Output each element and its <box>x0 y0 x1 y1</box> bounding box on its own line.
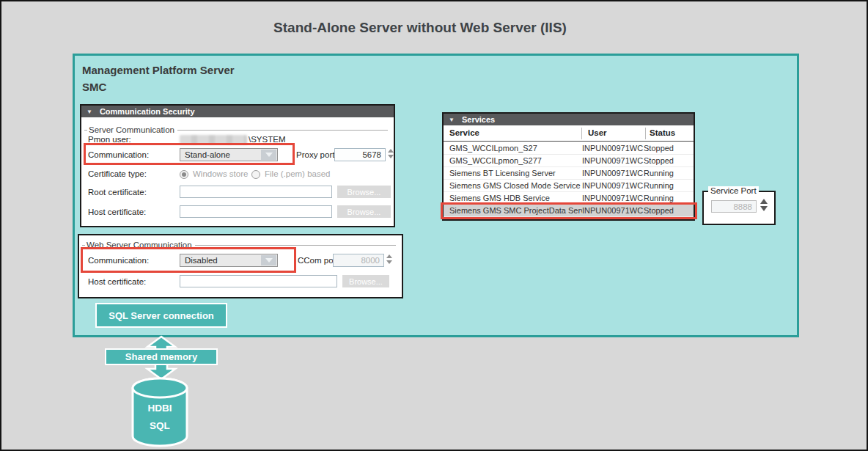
windows-store-radio[interactable] <box>180 170 188 179</box>
root-certificate-input[interactable] <box>180 186 332 198</box>
database-name-line1: HDBI <box>130 403 189 414</box>
service-status-cell: Running <box>644 194 694 202</box>
group-line <box>84 130 87 131</box>
communication-security-header[interactable]: ▼ Communication Security <box>81 106 394 117</box>
communication-dropdown[interactable]: Stand-alone <box>180 148 278 161</box>
server-communication-group-label: Server Communication <box>89 125 174 134</box>
service-status-cell: Stopped <box>644 206 694 215</box>
stepper-up-icon[interactable] <box>760 199 768 204</box>
service-name-cell: Siemens GMS SMC ProjectData Service <box>444 206 582 215</box>
certificate-type-label: Certificate type: <box>88 169 147 178</box>
service-row-selected[interactable]: Siemens GMS SMC ProjectData Service INPU… <box>444 205 694 217</box>
column-divider <box>581 128 582 139</box>
group-line <box>177 130 388 131</box>
service-status-cell: Stopped <box>644 156 694 165</box>
communication-security-header-label: Communication Security <box>100 107 195 116</box>
file-pem-radio[interactable] <box>251 170 260 179</box>
file-pem-radio-label: File (.pem) based <box>265 169 330 178</box>
pmon-user-redacted-value <box>180 135 247 144</box>
database-name-line2: SQL <box>130 420 189 431</box>
sql-server-connection-button[interactable]: SQL Server connection <box>95 303 227 328</box>
hdbi-sql-database: HDBI SQL <box>130 376 189 448</box>
collapse-triangle-icon[interactable]: ▼ <box>449 117 455 123</box>
group-line <box>82 245 85 246</box>
service-status-cell: Running <box>644 181 694 190</box>
host-certificate-label: Host certificate: <box>88 208 146 216</box>
server-communication-group: Server Communication <box>84 125 388 134</box>
service-port-input[interactable]: 8888 <box>711 200 757 213</box>
service-name-cell: GMS_WCCILpmon_S27 <box>444 144 582 153</box>
service-user-cell: INPUN00971WC <box>582 206 644 215</box>
proxy-port-input[interactable]: 5678 <box>334 148 386 161</box>
stepper-up-icon[interactable] <box>386 254 392 258</box>
column-divider <box>645 128 646 139</box>
service-name-cell: Siemens GMS Closed Mode Service <box>444 181 582 190</box>
web-host-certificate-input[interactable] <box>180 275 337 287</box>
service-port-box: Service Port 8888 <box>702 191 776 225</box>
service-status-cell: Stopped <box>644 144 694 153</box>
shared-memory-label: Shared memory <box>105 348 218 365</box>
service-row[interactable]: Siemens BT Licensing Server INPUN00971WC… <box>444 167 694 180</box>
service-user-cell: INPUN00971WC <box>582 156 644 165</box>
service-user-cell: INPUN00971WC <box>582 144 644 153</box>
collapse-triangle-icon[interactable]: ▼ <box>87 109 92 115</box>
column-service[interactable]: Service <box>449 128 479 137</box>
service-port-label: Service Port <box>708 186 759 195</box>
windows-store-radio-label: Windows store <box>193 169 248 178</box>
communication-dropdown-value: Stand-alone <box>185 150 230 159</box>
pmon-user-label: Pmon user: <box>88 135 131 144</box>
host-certificate-browse-button[interactable]: Browse... <box>337 205 391 218</box>
communication-label: Communication: <box>88 150 149 159</box>
services-header[interactable]: ▼ Services <box>444 114 694 125</box>
service-row[interactable]: Siemens GMS Closed Mode Service INPUN009… <box>444 180 694 192</box>
root-certificate-label: Root certificate: <box>88 188 147 197</box>
web-server-communication-group: Web Server Communication <box>82 241 396 249</box>
service-name-cell: Siemens BT Licensing Server <box>444 169 582 177</box>
stepper-down-icon[interactable] <box>760 206 768 211</box>
chevron-down-icon[interactable] <box>261 255 276 265</box>
chevron-down-icon[interactable] <box>261 150 276 160</box>
web-server-communication-panel: Web Server Communication Communication: … <box>78 234 403 298</box>
service-row[interactable]: GMS_WCCILpmon_S27 INPUN00971WC Stopped <box>444 142 694 155</box>
web-communication-label: Communication: <box>88 256 149 265</box>
management-platform-box: Management Platform Server SMC ▼ Communi… <box>73 54 799 337</box>
column-status[interactable]: Status <box>650 128 675 137</box>
pmon-user-domain-suffix: \SYSTEM <box>249 135 285 144</box>
services-column-header: Service User Status <box>444 125 694 142</box>
ccom-port-input[interactable]: 8000 <box>333 254 384 267</box>
root-certificate-browse-button[interactable]: Browse... <box>337 186 391 198</box>
management-platform-title: Management Platform Server <box>82 64 235 76</box>
stepper-down-icon[interactable] <box>386 260 392 264</box>
stepper-down-icon[interactable] <box>388 155 394 158</box>
host-certificate-input[interactable] <box>180 205 332 218</box>
proxy-port-label: Proxy port: <box>296 150 337 159</box>
web-communication-dropdown-value: Disabled <box>185 256 218 265</box>
stepper-up-icon[interactable] <box>388 149 394 153</box>
service-name-cell: GMS_WCCILpmon_S277 <box>444 156 582 165</box>
services-panel: ▼ Services Service User Status GMS_WCCIL… <box>442 112 695 221</box>
services-table-body: GMS_WCCILpmon_S27 INPUN00971WC Stopped G… <box>444 142 694 217</box>
service-user-cell: INPUN00971WC <box>582 169 644 177</box>
services-header-label: Services <box>462 115 495 124</box>
diagram-canvas: Stand-Alone Server without Web Server (I… <box>0 0 868 451</box>
web-host-certificate-label: Host certificate: <box>88 277 146 286</box>
web-host-certificate-browse-button[interactable]: Browse... <box>342 275 389 287</box>
service-user-cell: INPUN00971WC <box>582 194 644 202</box>
service-port-stepper[interactable] <box>760 199 768 211</box>
service-row[interactable]: Siemens GMS HDB Service INPUN00971WC Run… <box>444 192 694 205</box>
proxy-port-stepper[interactable] <box>387 149 394 158</box>
service-row[interactable]: GMS_WCCILpmon_S277 INPUN00971WC Stopped <box>444 155 694 167</box>
smc-label: SMC <box>82 81 106 93</box>
group-line <box>195 245 396 246</box>
column-user[interactable]: User <box>588 128 607 137</box>
web-communication-dropdown[interactable]: Disabled <box>180 254 278 267</box>
service-status-cell: Running <box>644 169 694 177</box>
ccom-port-stepper[interactable] <box>386 254 393 264</box>
service-user-cell: INPUN00971WC <box>582 181 644 190</box>
service-name-cell: Siemens GMS HDB Service <box>444 194 582 202</box>
communication-security-panel: ▼ Communication Security Server Communic… <box>80 104 395 227</box>
diagram-title: Stand-Alone Server without Web Server (I… <box>1 20 839 36</box>
web-server-communication-group-label: Web Server Communication <box>87 241 192 249</box>
